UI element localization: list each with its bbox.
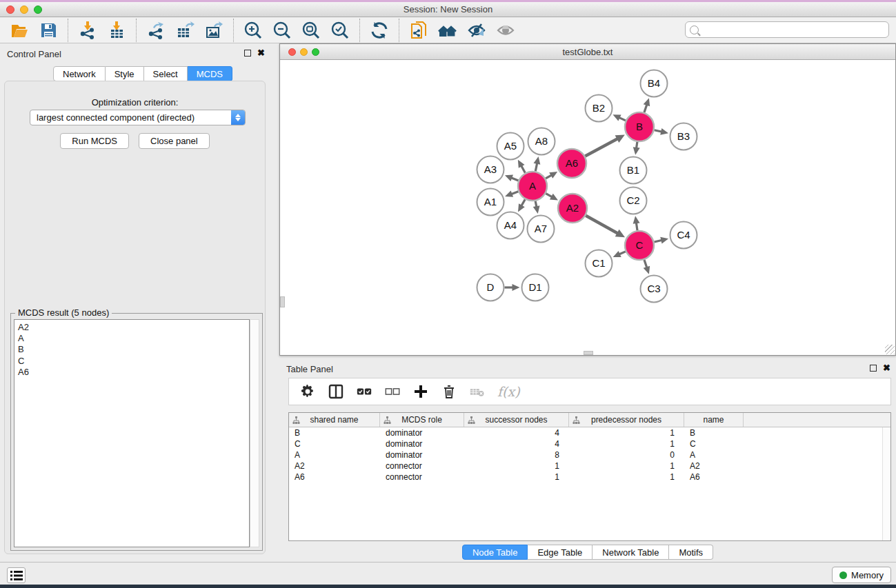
column-header-successor-nodes[interactable]: successor nodes (464, 413, 569, 427)
network-node-A8[interactable]: A8 (528, 128, 555, 155)
deselect-all-rows-icon[interactable] (384, 383, 401, 400)
network-node-C3[interactable]: C3 (641, 276, 668, 303)
network-node-C2[interactable]: C2 (620, 187, 647, 214)
network-node-D[interactable]: D (477, 274, 504, 301)
table-cell[interactable]: 1 (464, 461, 569, 471)
node-table[interactable]: shared name MCDS role successor nodes pr… (288, 412, 891, 541)
network-node-B4[interactable]: B4 (641, 70, 668, 97)
show-graphics-details-icon[interactable] (495, 20, 516, 41)
table-row[interactable]: A6connector11A6 (289, 472, 890, 483)
float-table-panel-icon[interactable] (870, 365, 877, 372)
network-node-A[interactable]: A (518, 172, 547, 201)
table-scrollbar[interactable] (882, 427, 890, 540)
open-session-icon[interactable] (9, 20, 30, 41)
column-header-mcds-role[interactable]: MCDS role (380, 413, 464, 427)
table-cell[interactable]: B (684, 428, 744, 438)
network-node-A7[interactable]: A7 (528, 216, 555, 243)
zoom-fit-icon[interactable] (301, 20, 321, 41)
network-node-B2[interactable]: B2 (586, 95, 613, 122)
table-cell[interactable]: dominator (380, 450, 464, 460)
table-cell[interactable]: dominator (380, 439, 464, 449)
table-cell[interactable]: 1 (569, 461, 684, 471)
close-table-panel-icon[interactable]: ✖ (883, 365, 890, 372)
node-table-rows[interactable]: Bdominator41BCdominator41CAdominator80AA… (289, 427, 890, 483)
network-node-B1[interactable]: B1 (620, 157, 647, 184)
mcds-result-item[interactable]: A (18, 333, 249, 344)
export-image-icon[interactable] (203, 20, 224, 41)
select-all-rows-icon[interactable] (356, 383, 372, 400)
zoom-in-icon[interactable] (243, 20, 263, 41)
network-node-A3[interactable]: A3 (477, 156, 504, 183)
open-cybrowser-icon[interactable] (437, 20, 458, 41)
zoom-selected-icon[interactable] (330, 20, 350, 41)
search-input[interactable] (699, 25, 888, 34)
table-row[interactable]: Cdominator41C (289, 438, 890, 449)
search-box[interactable] (685, 21, 889, 38)
optimization-criterion-select[interactable]: largest connected component (directed) (30, 110, 246, 125)
table-cell[interactable]: 4 (464, 428, 569, 438)
network-node-A2[interactable]: A2 (558, 194, 587, 223)
column-header-predecessor-nodes[interactable]: predecessor nodes (569, 413, 684, 427)
network-node-A5[interactable]: A5 (497, 133, 524, 160)
network-graph[interactable]: A5A8A3AA1A4A7A6A2BB2B4B3B1C2CC4C1C3DD1 (280, 60, 895, 355)
network-horizontal-scrollbar[interactable] (584, 351, 593, 355)
table-cell[interactable]: 8 (464, 450, 569, 460)
table-row[interactable]: A2connector11A2 (289, 460, 890, 472)
table-settings-gear-icon[interactable] (299, 383, 316, 400)
export-table-icon[interactable] (175, 20, 195, 41)
network-window-titlebar[interactable]: testGlobe.txt (280, 44, 895, 60)
tab-node-table[interactable]: Node Table (462, 545, 528, 560)
table-cell[interactable]: A (684, 450, 744, 460)
table-cell[interactable]: connector (380, 461, 464, 471)
tab-motifs[interactable]: Motifs (669, 545, 713, 560)
create-column-plus-icon[interactable] (412, 383, 429, 400)
tab-mcds[interactable]: MCDS (188, 66, 232, 81)
hide-graphics-details-icon[interactable] (466, 20, 487, 41)
new-network-icon[interactable] (408, 20, 429, 41)
network-node-C4[interactable]: C4 (670, 222, 697, 249)
table-cell[interactable]: connector (380, 472, 464, 482)
table-row[interactable]: Bdominator41B (289, 427, 890, 438)
mcds-result-list[interactable]: A2ABCA6 (14, 319, 250, 547)
table-cell[interactable]: 1 (464, 472, 569, 482)
table-cell[interactable]: 1 (569, 472, 684, 482)
tab-edge-table[interactable]: Edge Table (528, 545, 593, 560)
network-node-B3[interactable]: B3 (670, 123, 697, 150)
network-node-C1[interactable]: C1 (586, 250, 613, 277)
column-header-name[interactable]: name (684, 413, 744, 427)
network-node-A4[interactable]: A4 (497, 212, 524, 239)
tab-style[interactable]: Style (106, 66, 144, 81)
table-cell[interactable]: dominator (380, 428, 464, 438)
network-vertical-scrollbar[interactable] (280, 296, 285, 307)
float-panel-icon[interactable] (244, 50, 251, 57)
mcds-result-item[interactable]: A6 (18, 367, 249, 378)
window-resize-grip[interactable] (885, 345, 895, 354)
network-node-A1[interactable]: A1 (477, 189, 504, 216)
function-builder-icon[interactable]: f(x) (497, 384, 520, 399)
mcds-result-item[interactable]: A2 (18, 322, 249, 333)
network-canvas[interactable]: A5A8A3AA1A4A7A6A2BB2B4B3B1C2CC4C1C3DD1 (280, 60, 895, 355)
import-network-icon[interactable] (77, 20, 98, 41)
delete-column-trash-icon[interactable] (441, 383, 457, 400)
network-node-B[interactable]: B (625, 112, 654, 141)
delete-table-icon[interactable] (469, 383, 486, 400)
network-node-A6[interactable]: A6 (557, 149, 586, 178)
apply-layout-icon[interactable] (369, 20, 390, 41)
table-cell[interactable]: 0 (569, 450, 684, 460)
table-cell[interactable]: A2 (289, 461, 380, 471)
close-panel-button[interactable]: Close panel (139, 133, 210, 149)
mcds-result-item[interactable]: C (18, 356, 249, 367)
save-session-icon[interactable] (38, 20, 59, 41)
table-cell[interactable]: A6 (684, 472, 744, 482)
table-row[interactable]: Adominator80A (289, 449, 890, 460)
table-cell[interactable]: C (289, 439, 380, 449)
table-cell[interactable]: A6 (289, 472, 380, 482)
run-mcds-button[interactable]: Run MCDS (60, 133, 129, 149)
tab-network-table[interactable]: Network Table (593, 545, 669, 560)
task-history-button[interactable] (7, 567, 26, 583)
table-cell[interactable]: B (289, 428, 380, 438)
network-node-C[interactable]: C (625, 231, 654, 260)
table-cell[interactable]: 4 (464, 439, 569, 449)
memory-button[interactable]: Memory (832, 567, 891, 583)
column-header-shared-name[interactable]: shared name (289, 413, 380, 427)
